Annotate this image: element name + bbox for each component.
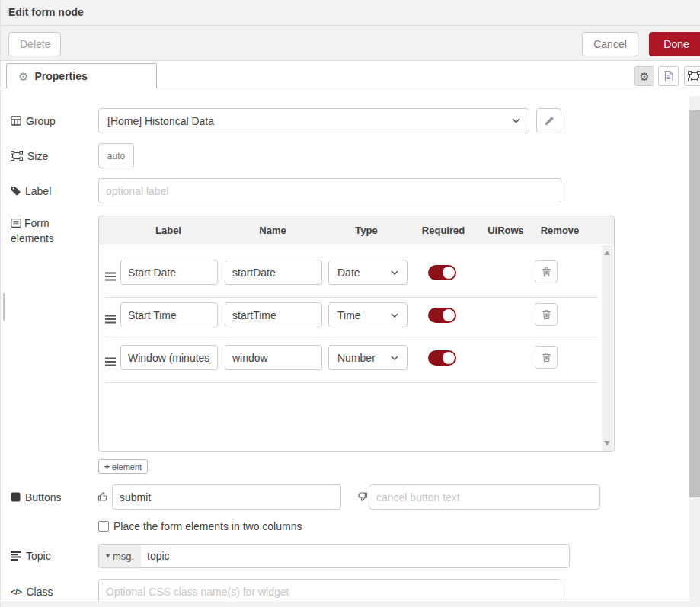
object-group-icon xyxy=(11,151,23,161)
scroll-down-icon[interactable] xyxy=(604,441,610,446)
trash-icon xyxy=(542,309,551,320)
chevron-down-icon xyxy=(512,118,520,123)
bars-icon xyxy=(11,551,21,561)
column-header-remove: Remove xyxy=(541,216,580,244)
drag-handle-icon[interactable] xyxy=(105,357,116,366)
topic-value[interactable]: topic xyxy=(141,545,569,567)
class-input[interactable] xyxy=(98,579,561,604)
drag-handle-icon[interactable] xyxy=(105,315,116,324)
remove-row-button[interactable] xyxy=(535,346,558,369)
cancel-button[interactable]: Cancel xyxy=(582,32,638,56)
table-icon xyxy=(11,116,21,126)
form-elements-table: Label Name Type Required UiRows Remove D… xyxy=(98,216,615,452)
element-name-input[interactable] xyxy=(225,260,322,285)
group-label: Group xyxy=(11,108,56,133)
drag-handle-icon[interactable] xyxy=(105,272,116,281)
label-field-label: Label xyxy=(11,178,51,203)
element-label-input[interactable] xyxy=(120,302,218,327)
class-label: </> Class xyxy=(11,579,53,604)
form-element-row: Number xyxy=(99,340,601,383)
gear-icon: ⚙ xyxy=(18,71,28,82)
caret-down-icon: ▾ xyxy=(106,552,110,560)
remove-row-button[interactable] xyxy=(535,260,558,283)
thumbs-up-icon xyxy=(97,490,110,503)
chevron-down-icon xyxy=(391,313,398,318)
dialog-header: Edit form node xyxy=(1,0,700,26)
add-element-button[interactable]: + element xyxy=(98,459,148,474)
element-name-input[interactable] xyxy=(225,345,322,370)
element-label-input[interactable] xyxy=(120,260,218,285)
buttons-label: Buttons xyxy=(11,484,61,510)
remove-row-button[interactable] xyxy=(535,303,558,326)
topic-label: Topic xyxy=(11,544,51,568)
dialog-toolbar: Delete Cancel Done xyxy=(1,26,700,61)
two-columns-checkbox[interactable] xyxy=(98,521,109,532)
node-settings-button[interactable]: ⚙ xyxy=(634,66,654,86)
required-toggle[interactable] xyxy=(428,265,456,280)
topic-type-selector[interactable]: ▾ msg. xyxy=(99,545,141,567)
trash-icon xyxy=(542,352,551,363)
square-icon xyxy=(11,492,21,502)
object-group-icon xyxy=(688,71,700,81)
chevron-down-icon xyxy=(391,270,398,275)
plus-icon: + xyxy=(104,462,110,472)
form-elements-label: Form elements xyxy=(11,216,91,246)
trash-icon xyxy=(542,267,551,277)
element-type-select[interactable]: Number xyxy=(328,345,408,370)
edit-group-button[interactable] xyxy=(536,108,561,133)
column-header-label: Label xyxy=(155,216,181,244)
edit-form-node-dialog: Edit form node Delete Cancel Done ⚙ Prop… xyxy=(0,0,700,607)
column-header-type: Type xyxy=(355,216,377,244)
page-title: Edit form node xyxy=(8,0,84,25)
panel-bottom-edge xyxy=(1,602,691,607)
main-scrollbar[interactable] xyxy=(689,96,700,607)
group-select[interactable]: [Home] Historical Data xyxy=(98,108,529,133)
element-type-select[interactable]: Time xyxy=(328,302,408,327)
two-columns-label: Place the form elements in two columns xyxy=(113,520,302,532)
gear-icon: ⚙ xyxy=(639,71,649,82)
size-label: Size xyxy=(11,143,48,168)
done-button[interactable]: Done xyxy=(649,32,700,56)
element-type-select[interactable]: Date xyxy=(328,260,408,285)
pencil-icon xyxy=(544,116,555,126)
form-element-row: Time xyxy=(99,298,601,340)
group-select-value: [Home] Historical Data xyxy=(107,115,214,127)
code-icon: </> xyxy=(11,587,21,596)
scrollbar-thumb[interactable] xyxy=(689,110,700,497)
tag-icon xyxy=(11,186,21,196)
table-scrollbar[interactable] xyxy=(602,245,613,451)
table-header: Label Name Type Required UiRows Remove xyxy=(99,216,614,244)
properties-panel: Group [Home] Historical Data xyxy=(1,88,700,607)
column-header-required: Required xyxy=(422,216,465,244)
column-header-uirows: UiRows xyxy=(487,216,524,244)
appearance-button[interactable] xyxy=(684,66,700,86)
form-element-row: Date xyxy=(99,255,601,298)
label-input[interactable] xyxy=(98,178,561,203)
workspace-edge-mark xyxy=(3,293,5,321)
tab-bar: ⚙ Properties ⚙ xyxy=(1,61,700,88)
topic-prefix-label: msg. xyxy=(113,551,134,562)
tab-properties-label: Properties xyxy=(34,70,87,82)
description-button[interactable] xyxy=(658,66,679,86)
document-icon xyxy=(663,70,674,82)
chevron-down-icon xyxy=(391,356,398,360)
cancel-button-text-input[interactable] xyxy=(369,484,600,510)
element-name-input[interactable] xyxy=(225,302,322,327)
element-label-input[interactable] xyxy=(120,345,218,370)
submit-button-text-input[interactable] xyxy=(112,484,341,510)
size-button[interactable]: auto xyxy=(98,143,134,168)
table-body: Date xyxy=(99,244,614,451)
topic-typed-input: ▾ msg. topic xyxy=(98,544,570,568)
thumbs-down-icon xyxy=(356,490,368,503)
required-toggle[interactable] xyxy=(428,350,456,366)
delete-button[interactable]: Delete xyxy=(8,32,61,56)
required-toggle[interactable] xyxy=(428,308,456,323)
scroll-up-icon[interactable] xyxy=(604,251,610,255)
column-header-name: Name xyxy=(259,216,286,244)
tab-properties[interactable]: ⚙ Properties xyxy=(6,63,157,88)
two-columns-row: Place the form elements in two columns xyxy=(98,520,302,532)
list-alt-icon xyxy=(11,219,21,228)
